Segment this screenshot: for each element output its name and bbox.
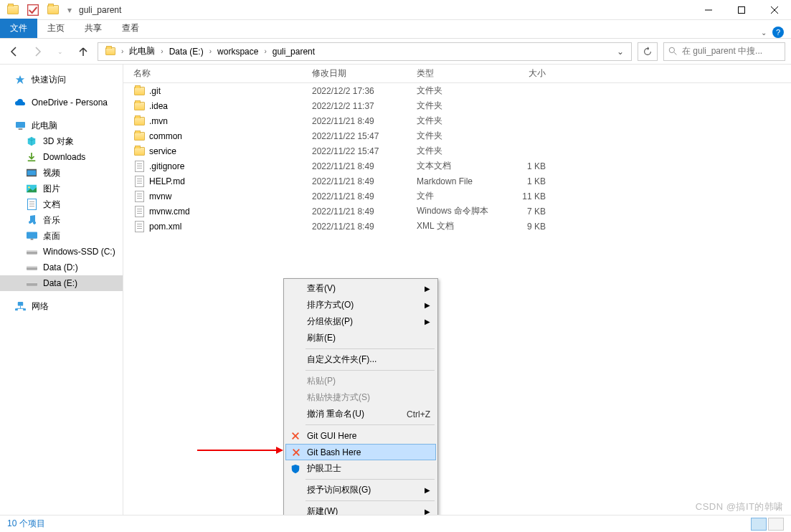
file-name: HELP.md: [149, 176, 185, 186]
qat-folder-icon[interactable]: [47, 4, 59, 16]
file-row[interactable]: mvnw.cmd2022/11/21 8:49Windows 命令脚本7 KB: [123, 204, 791, 219]
file-icon: [133, 161, 145, 172]
refresh-button[interactable]: [638, 42, 658, 61]
svg-rect-19: [27, 266, 37, 267]
file-row[interactable]: common2022/11/22 15:47文件夹: [123, 128, 791, 143]
column-date[interactable]: 修改日期: [312, 67, 417, 80]
file-date: 2022/11/22 15:47: [312, 131, 417, 141]
chevron-right-icon[interactable]: ›: [159, 47, 164, 55]
file-row[interactable]: pom.xml2022/11/21 8:49XML 文档9 KB: [123, 219, 791, 234]
view-details-button[interactable]: [751, 518, 767, 531]
sidebar-thispc[interactable]: 此电脑: [0, 118, 123, 133]
chevron-right-icon: ▶: [425, 285, 430, 293]
nav-recent-button[interactable]: ⌄: [52, 43, 69, 60]
star-icon: [14, 74, 26, 85]
breadcrumb[interactable]: › 此电脑 › Data (E:) › workspace › guli_par…: [98, 42, 632, 61]
annotation-arrow: [197, 446, 283, 455]
chevron-right-icon[interactable]: ›: [120, 47, 125, 55]
chevron-right-icon[interactable]: ›: [208, 47, 213, 55]
sidebar-documents[interactable]: 文档: [0, 196, 123, 212]
sidebar-videos[interactable]: 视频: [0, 165, 123, 181]
svg-line-6: [674, 52, 676, 54]
cm-eyecare[interactable]: 护眼卫士: [285, 460, 436, 477]
navbar: ⌄ › 此电脑 › Data (E:) › workspace › guli_p…: [0, 39, 791, 65]
sidebar-network[interactable]: 网络: [0, 298, 123, 314]
svg-rect-22: [17, 302, 22, 306]
cm-sort[interactable]: 排序方式(O)▶: [285, 297, 436, 313]
nav-forward-button[interactable]: [29, 43, 46, 60]
search-input[interactable]: 在 guli_parent 中搜...: [663, 42, 785, 61]
minimize-button[interactable]: [692, 0, 725, 20]
cm-undo-rename[interactable]: 撤消 重命名(U)Ctrl+Z: [285, 406, 436, 422]
maximize-button[interactable]: [725, 0, 758, 20]
sidebar-drive-d[interactable]: Data (D:): [0, 260, 123, 275]
git-icon: [290, 447, 302, 458]
cm-separator: [305, 500, 435, 501]
sidebar-music[interactable]: 音乐: [0, 212, 123, 228]
file-tab[interactable]: 文件: [0, 19, 37, 38]
sidebar-downloads[interactable]: Downloads: [0, 149, 123, 165]
file-row[interactable]: service2022/11/22 15:47文件夹: [123, 143, 791, 158]
ribbon-expand-icon[interactable]: ⌄: [761, 29, 767, 37]
chevron-right-icon[interactable]: ›: [262, 47, 267, 55]
crumb-thispc[interactable]: 此电脑: [125, 43, 159, 60]
qat-checkbox-icon[interactable]: [27, 4, 39, 16]
file-row[interactable]: mvnw2022/11/21 8:49文件11 KB: [123, 189, 791, 204]
svg-rect-11: [27, 171, 36, 176]
cm-git-bash[interactable]: Git Bash Here: [285, 444, 436, 460]
help-icon[interactable]: ?: [772, 27, 784, 38]
cm-customize[interactable]: 自定义文件夹(F)...: [285, 351, 436, 368]
tab-home[interactable]: 主页: [37, 19, 75, 38]
file-date: 2022/11/21 8:49: [312, 176, 417, 186]
column-size[interactable]: 大小: [503, 67, 560, 80]
file-row[interactable]: .idea2022/12/2 11:37文件夹: [123, 98, 791, 113]
svg-rect-9: [28, 160, 36, 161]
cm-view[interactable]: 查看(V)▶: [285, 280, 436, 297]
sidebar-3d-objects[interactable]: 3D 对象: [0, 133, 123, 149]
svg-rect-8: [18, 128, 22, 130]
svg-rect-25: [15, 308, 18, 310]
tab-share[interactable]: 共享: [75, 19, 112, 38]
tab-view[interactable]: 查看: [112, 19, 149, 38]
cm-git-gui[interactable]: Git GUI Here: [285, 427, 436, 444]
folder-icon: [133, 115, 145, 127]
file-type: Markdown File: [417, 176, 503, 186]
svg-point-5: [669, 47, 674, 52]
sidebar-pictures[interactable]: 图片: [0, 181, 123, 196]
view-icons-button[interactable]: [768, 518, 784, 531]
nav-up-button[interactable]: [75, 43, 92, 60]
cm-separator: [305, 424, 435, 425]
crumb-current[interactable]: guli_parent: [268, 43, 319, 60]
file-row[interactable]: .git2022/12/2 17:36文件夹: [123, 83, 791, 98]
search-icon: [668, 47, 678, 56]
cm-grant-access[interactable]: 授予访问权限(G)▶: [285, 482, 436, 498]
sidebar-drive-c[interactable]: Windows-SSD (C:): [0, 244, 123, 260]
cm-refresh[interactable]: 刷新(E): [285, 330, 436, 346]
column-type[interactable]: 类型: [417, 67, 503, 80]
crumb-workspace[interactable]: workspace: [213, 43, 262, 60]
file-row[interactable]: .gitignore2022/11/21 8:49文本文档1 KB: [123, 158, 791, 174]
file-name: service: [149, 146, 176, 156]
file-date: 2022/11/21 8:49: [312, 191, 417, 201]
file-row[interactable]: HELP.md2022/11/21 8:49Markdown File1 KB: [123, 174, 791, 189]
sidebar-drive-e[interactable]: Data (E:): [0, 275, 123, 291]
sidebar-onedrive[interactable]: OneDrive - Persona: [0, 95, 123, 110]
file-icon: [133, 221, 145, 232]
nav-back-button[interactable]: [6, 43, 23, 60]
crumb-drive[interactable]: Data (E:): [165, 43, 208, 60]
statusbar: 10 个项目: [0, 515, 791, 532]
breadcrumb-root-icon[interactable]: [101, 43, 120, 60]
cm-separator: [305, 348, 435, 349]
sidebar-quick-access[interactable]: 快速访问: [0, 72, 123, 87]
cm-group[interactable]: 分组依据(P)▶: [285, 313, 436, 330]
drive-icon: [26, 277, 37, 289]
breadcrumb-dropdown-icon[interactable]: ⌄: [612, 47, 628, 57]
column-name[interactable]: 名称: [129, 67, 312, 80]
file-type: 文件夹: [417, 115, 503, 127]
file-type: Windows 命令脚本: [417, 205, 503, 217]
sidebar-desktop[interactable]: 桌面: [0, 228, 123, 244]
file-type: 文件夹: [417, 145, 503, 157]
file-row[interactable]: .mvn2022/11/21 8:49文件夹: [123, 113, 791, 128]
close-button[interactable]: [758, 0, 791, 20]
file-size: 9 KB: [503, 222, 560, 232]
